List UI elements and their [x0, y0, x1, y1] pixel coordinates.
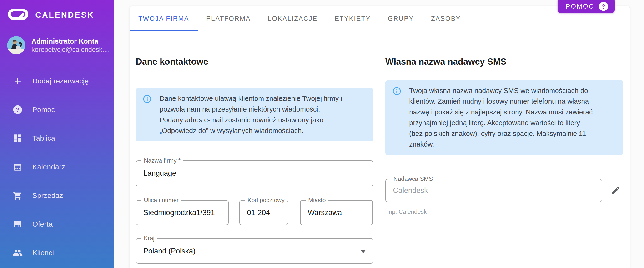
- tab-label: GRUPY: [388, 15, 414, 23]
- zip-input[interactable]: [247, 208, 284, 217]
- help-circle-icon: ?: [12, 104, 23, 115]
- sms-field-row: Nadawca SMS: [385, 179, 623, 202]
- sidebar-item-oferta[interactable]: Oferta: [0, 210, 114, 238]
- contact-data-section: Dane kontaktowe Dane kontaktowe ułatwią …: [136, 31, 374, 264]
- card-content: Dane kontaktowe Dane kontaktowe ułatwią …: [130, 31, 630, 264]
- settings-card: TWOJA FIRMA PLATFORMA LOKALIZACJE ETYKIE…: [130, 6, 630, 268]
- street-field[interactable]: Ulica i numer: [136, 200, 229, 225]
- info-line: (bez polskich znaków), cyfry oraz spacje…: [409, 128, 592, 139]
- sidebar-item-label: Tablica: [32, 134, 55, 142]
- tab-label: ETYKIETY: [334, 15, 370, 23]
- sidebar-item-label: Dodaj rezerwację: [32, 77, 89, 85]
- avatar: [7, 36, 25, 54]
- tab-lokalizacje[interactable]: LOKALIZACJE: [259, 6, 326, 31]
- main-area: POMOC ? TWOJA FIRMA PLATFORMA LOKALIZACJ…: [114, 0, 644, 268]
- account-name: Administrator Konta: [32, 38, 98, 45]
- people-icon: [12, 247, 23, 258]
- edit-pencil-icon[interactable]: [610, 185, 621, 196]
- account-menu[interactable]: Administrator Konta korepetycje@calendes…: [7, 36, 114, 54]
- info-line: pozwolą nam na przesyłanie niektórych wi…: [160, 104, 342, 115]
- tab-etykiety[interactable]: ETYKIETY: [326, 6, 379, 31]
- sidebar-item-tablica[interactable]: Tablica: [0, 124, 114, 153]
- sidebar-item-label: Kalendarz: [32, 163, 65, 171]
- sidebar-nav: Dodaj rezerwację ? Pomoc Tablica: [0, 63, 114, 267]
- tab-grupy[interactable]: GRUPY: [380, 6, 422, 31]
- contact-info-text: Dane kontaktowe ułatwią klientom znalezi…: [160, 93, 342, 136]
- tab-twoja-firma[interactable]: TWOJA FIRMA: [130, 6, 198, 31]
- sms-sender-section: Własna nazwa nadawcy SMS Twoja własna na…: [385, 31, 623, 264]
- company-name-field[interactable]: Nazwa firmy *: [136, 160, 374, 186]
- dashboard-icon: [12, 133, 23, 144]
- sms-helper-text: np. Calendesk: [389, 208, 623, 215]
- sms-sender-label: Nadawca SMS: [391, 175, 435, 182]
- tab-label: TWOJA FIRMA: [138, 15, 189, 23]
- info-line: „Odpowiedz do” w wysyłanych wiadomościac…: [160, 125, 342, 136]
- address-row: Ulica i numer Kod pocztowy Miasto: [136, 200, 374, 225]
- country-select[interactable]: Kraj Poland (Polska): [136, 238, 374, 264]
- help-button-label: POMOC: [566, 3, 594, 10]
- info-line: Dane kontaktowe ułatwią klientom znalezi…: [160, 93, 342, 104]
- company-name-label: Nazwa firmy *: [142, 157, 183, 164]
- info-line: Twoja własna nazwa nadawcy SMS we wiadom…: [409, 85, 592, 96]
- tab-zasoby[interactable]: ZASOBY: [422, 6, 470, 31]
- sidebar-item-dodaj-rezerwacje[interactable]: Dodaj rezerwację: [0, 67, 114, 95]
- sidebar-item-klienci[interactable]: Klienci: [0, 238, 114, 267]
- country-value: Poland (Polska): [144, 247, 196, 255]
- sms-info-box: Twoja własna nazwa nadawcy SMS we wiadom…: [385, 80, 623, 155]
- sms-section-title: Własna nazwa nadawcy SMS: [385, 57, 623, 67]
- city-label: Miasto: [306, 197, 328, 204]
- sidebar-item-pomoc[interactable]: ? Pomoc: [0, 95, 114, 124]
- street-input[interactable]: [144, 208, 220, 217]
- company-name-input[interactable]: [144, 169, 350, 178]
- city-field[interactable]: Miasto: [300, 200, 373, 225]
- plus-icon: [12, 76, 23, 86]
- store-icon: [12, 219, 23, 229]
- info-line: Podany adres e-mail zostanie również ust…: [160, 115, 342, 125]
- city-input[interactable]: [308, 208, 366, 217]
- calendesk-logo[interactable]: CALENDESK: [0, 0, 114, 22]
- active-tab-indicator: [130, 30, 198, 31]
- country-label: Kraj: [142, 235, 157, 242]
- tab-label: PLATFORMA: [206, 15, 250, 23]
- zip-label: Kod pocztowy: [245, 197, 287, 204]
- info-icon: [392, 86, 402, 96]
- chevron-down-icon: [360, 250, 366, 253]
- tab-label: ZASOBY: [431, 15, 461, 23]
- sidebar-item-label: Klienci: [32, 249, 54, 257]
- account-email: korepetycje@calendesk....: [32, 46, 110, 53]
- contact-section-title: Dane kontaktowe: [136, 57, 374, 67]
- sms-sender-field[interactable]: Nadawca SMS: [385, 179, 602, 202]
- sidebar-item-label: Pomoc: [32, 106, 55, 114]
- info-line: nazwę i pokaż się z najlepszej strony. N…: [409, 107, 592, 118]
- sidebar-item-kalendarz[interactable]: Kalendarz: [0, 153, 114, 181]
- info-line: klientów. Zamień nudny i losowy numer te…: [409, 96, 592, 107]
- brand-wordmark: CALENDESK: [35, 10, 94, 20]
- sidebar-item-label: Sprzedaż: [32, 191, 63, 200]
- sms-info-text: Twoja własna nazwa nadawcy SMS we wiadom…: [409, 85, 592, 150]
- info-icon: [142, 94, 152, 104]
- help-question-icon: ?: [599, 2, 608, 11]
- contact-info-box: Dane kontaktowe ułatwią klientom znalezi…: [136, 88, 374, 141]
- question-glyph: ?: [16, 106, 20, 113]
- sms-sender-input[interactable]: [393, 186, 581, 195]
- info-line: znaków.: [409, 139, 592, 150]
- help-button[interactable]: POMOC ?: [558, 0, 615, 13]
- cart-icon: [12, 190, 23, 201]
- sidebar-item-label: Oferta: [32, 220, 53, 228]
- tab-bar: TWOJA FIRMA PLATFORMA LOKALIZACJE ETYKIE…: [130, 6, 630, 31]
- sidebar: CALENDESK Administrator Konta korepetycj…: [0, 0, 114, 268]
- calendar-icon: [12, 162, 23, 172]
- zip-field[interactable]: Kod pocztowy: [239, 200, 288, 225]
- info-line: przynajmniej jedną literę. Akceptowane w…: [409, 118, 592, 128]
- tab-label: LOKALIZACJE: [268, 15, 318, 23]
- street-label: Ulica i numer: [142, 197, 181, 204]
- tab-platforma[interactable]: PLATFORMA: [198, 6, 259, 31]
- calendesk-logo-icon: [7, 8, 29, 22]
- sidebar-item-sprzedaz[interactable]: Sprzedaż: [0, 181, 114, 210]
